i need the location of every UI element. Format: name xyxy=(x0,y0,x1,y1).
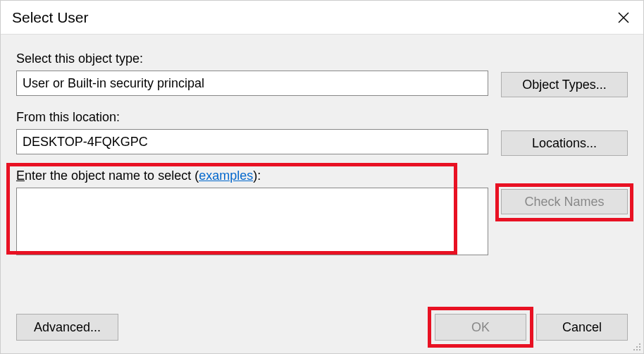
advanced-button[interactable]: Advanced... xyxy=(16,314,118,341)
svg-point-3 xyxy=(636,346,638,348)
cancel-button[interactable]: Cancel xyxy=(536,314,628,341)
location-group: From this location: Locations... xyxy=(16,110,628,156)
object-types-button[interactable]: Object Types... xyxy=(501,72,628,97)
object-type-label: Select this object type: xyxy=(16,51,488,66)
svg-point-4 xyxy=(639,346,640,348)
resize-grip-icon xyxy=(631,341,642,352)
close-button[interactable] xyxy=(604,4,643,32)
dialog-title: Select User xyxy=(12,9,89,26)
svg-point-2 xyxy=(639,343,640,345)
check-names-button[interactable]: Check Names xyxy=(501,189,628,214)
svg-point-6 xyxy=(636,349,638,350)
svg-point-5 xyxy=(633,349,635,350)
close-icon xyxy=(617,11,630,24)
locations-button[interactable]: Locations... xyxy=(501,130,628,156)
object-name-input[interactable] xyxy=(16,188,488,255)
dialog-content: Select this object type: Object Types...… xyxy=(1,35,643,353)
object-type-field xyxy=(16,71,488,96)
object-name-label: Enter the object name to select (example… xyxy=(16,169,488,183)
bottom-button-row: Advanced... OK Cancel xyxy=(16,314,628,341)
location-label: From this location: xyxy=(16,110,488,125)
titlebar: Select User xyxy=(1,1,643,35)
svg-point-7 xyxy=(639,349,640,350)
ok-button[interactable]: OK xyxy=(435,314,526,341)
object-name-group: Enter the object name to select (example… xyxy=(16,169,628,259)
location-field xyxy=(16,129,488,154)
object-name-accelerator: E xyxy=(16,169,25,183)
object-type-group: Select this object type: Object Types... xyxy=(16,51,628,97)
examples-link[interactable]: examples xyxy=(199,169,253,183)
